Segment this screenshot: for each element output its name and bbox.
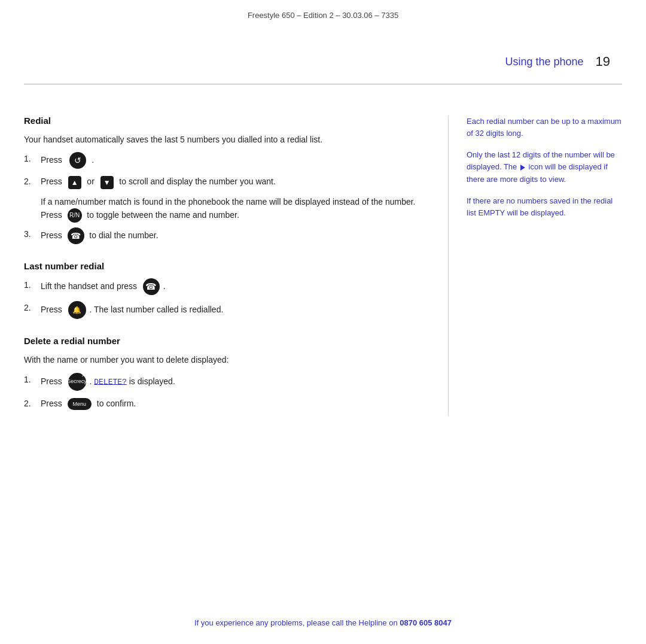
- left-column: Redial Your handset automatically saves …: [24, 116, 449, 416]
- up-arrow-button: ▲: [68, 176, 81, 189]
- main-content: Redial Your handset automatically saves …: [0, 116, 646, 416]
- redial-button-step1: ↺: [69, 152, 86, 169]
- redial-heading: Redial: [24, 116, 430, 126]
- section-title: Using the phone: [505, 56, 583, 68]
- delete-redial-section: Delete a redial number With the name or …: [24, 336, 430, 410]
- step-number-d1: 1.: [24, 373, 41, 386]
- step-number-2: 2.: [24, 175, 41, 188]
- step-lr2-content: Press 🔔 . The last number called is redi…: [41, 301, 430, 319]
- redial-step-3: 3. Press ☎ to dial the number.: [24, 227, 430, 244]
- step-number-d2: 2.: [24, 397, 41, 410]
- step-number-3: 3.: [24, 227, 41, 241]
- last-number-heading: Last number redial: [24, 261, 430, 271]
- step-number-1: 1.: [24, 152, 41, 165]
- right-column: Each redial number can be up to a maximu…: [449, 116, 622, 416]
- delete-redial-heading: Delete a redial number: [24, 336, 430, 346]
- page-header: Freestyle 650 – Edition 2 – 30.03.06 – 7…: [0, 0, 646, 26]
- delete-intro: With the name or number you want to dele…: [24, 353, 430, 366]
- step-3-content: Press ☎ to dial the number.: [41, 227, 430, 244]
- step-d1-content: Press Secrecy ✕ . DELETE? is displayed.: [41, 373, 430, 391]
- step-number-lr1: 1.: [24, 278, 41, 291]
- note-3-text: If there are no numbers saved in the red…: [467, 196, 613, 217]
- delete-display-text: DELETE?: [94, 377, 127, 386]
- handset-redial-button: ☎: [143, 278, 160, 295]
- note-2-text: Only the last 12 digits of the number wi…: [467, 150, 615, 183]
- redial-step-2: 2. Press ▲ or ▼ to scroll and display th…: [24, 175, 430, 189]
- page-footer: If you experience any problems, please c…: [0, 618, 646, 627]
- redial-step3-list: 3. Press ☎ to dial the number.: [24, 227, 430, 244]
- last-redial-steps: 1. Lift the handset and press ☎ . 2. Pre…: [24, 278, 430, 319]
- toggle-button: R/N: [68, 208, 82, 223]
- secrecy-button: Secrecy ✕: [68, 373, 86, 391]
- delete-step-2: 2. Press Menu to confirm.: [24, 397, 430, 410]
- section-divider: [24, 84, 622, 84]
- redial-steps: 1. Press ↺ . 2. Press ▲ or ▼: [24, 152, 430, 189]
- step-number-lr2: 2.: [24, 301, 41, 314]
- note-2: Only the last 12 digits of the number wi…: [467, 149, 622, 185]
- delete-steps: 1. Press Secrecy ✕ . DELETE? is displaye…: [24, 373, 430, 410]
- step-1-content: Press ↺ .: [41, 152, 430, 169]
- redial-step-1: 1. Press ↺ .: [24, 152, 430, 169]
- redial-intro: Your handset automatically saves the las…: [24, 133, 430, 146]
- last-number-redial-section: Last number redial 1. Lift the handset a…: [24, 261, 430, 319]
- down-arrow-button: ▼: [100, 176, 114, 189]
- last-redial-step-2: 2. Press 🔔 . The last number called is r…: [24, 301, 430, 319]
- delete-step-1: 1. Press Secrecy ✕ . DELETE? is displaye…: [24, 373, 430, 391]
- note-1: Each redial number can be up to a maximu…: [467, 116, 622, 139]
- menu-button: Menu: [68, 398, 92, 410]
- footer-text-normal: If you experience any problems, please c…: [194, 618, 400, 627]
- note-1-text: Each redial number can be up to a maximu…: [467, 117, 621, 138]
- dial-button: ☎: [68, 227, 84, 244]
- x-mark-icon: ✕: [81, 373, 86, 378]
- top-right-nav: Using the phone 19: [505, 54, 610, 69]
- page-number: 19: [596, 54, 610, 69]
- last-redial-step-1: 1. Lift the handset and press ☎ .: [24, 278, 430, 295]
- step-2-note: If a name/number match is found in the p…: [24, 195, 430, 223]
- note-3: If there are no numbers saved in the red…: [467, 195, 622, 219]
- ring-button: 🔔: [68, 301, 86, 319]
- footer-phone-number: 0870 605 8047: [400, 618, 452, 627]
- document-title: Freestyle 650 – Edition 2 – 30.03.06 – 7…: [248, 11, 398, 20]
- step-2-content: Press ▲ or ▼ to scroll and display the n…: [41, 175, 430, 189]
- triangle-icon: [520, 165, 525, 171]
- step-d2-content: Press Menu to confirm.: [41, 397, 430, 410]
- step-lr1-content: Lift the handset and press ☎ .: [41, 278, 430, 295]
- redial-section: Redial Your handset automatically saves …: [24, 116, 430, 244]
